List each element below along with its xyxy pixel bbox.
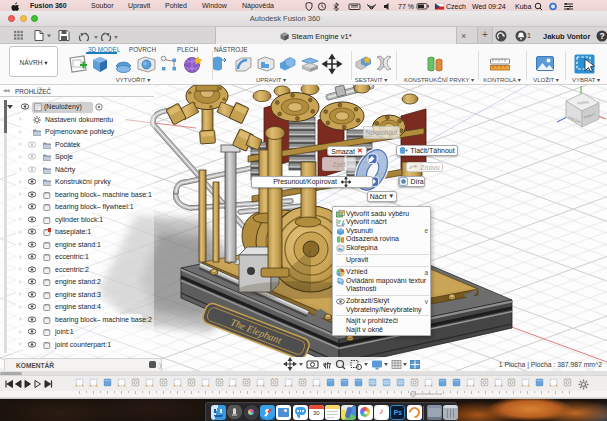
svg-text:Czech: Czech [446, 3, 466, 10]
svg-text:77 %: 77 % [398, 3, 414, 10]
svg-text:Kuba: Kuba [515, 3, 531, 10]
svg-text:?: ? [599, 31, 604, 41]
svg-text:Wed 09:24: Wed 09:24 [472, 3, 506, 10]
